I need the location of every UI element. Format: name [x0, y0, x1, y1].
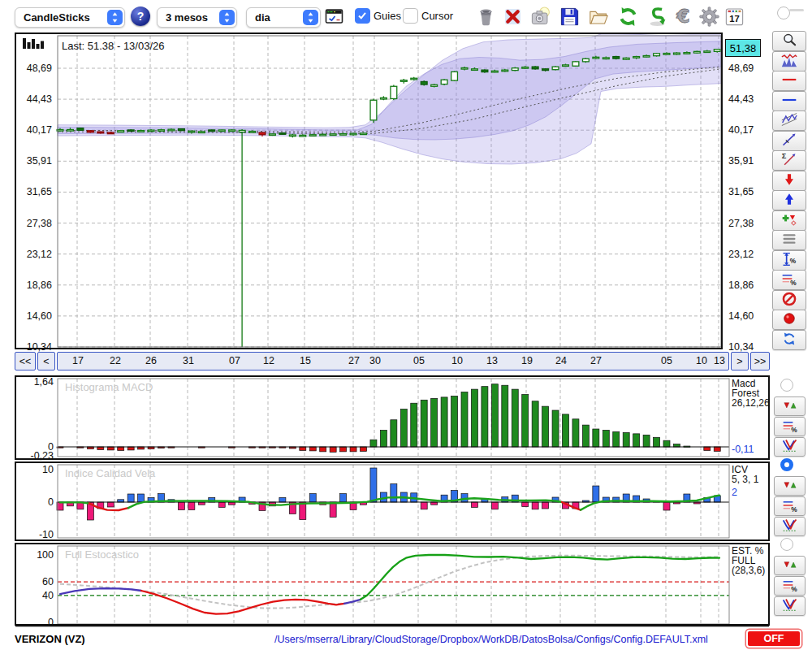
down-arrow-icon	[780, 171, 798, 188]
levels-percent-icon: %	[781, 418, 799, 434]
zoom-button[interactable]	[772, 31, 806, 51]
date-label: 13	[486, 355, 498, 366]
help-button[interactable]: ?	[131, 6, 150, 26]
up-arrow-icon	[780, 191, 798, 207]
date-label: 05	[413, 355, 425, 366]
levels-percent-button-2[interactable]: %	[774, 576, 806, 596]
v-curves-icon	[781, 518, 799, 534]
price-chart-button[interactable]	[772, 51, 806, 72]
down-arrow-button[interactable]	[772, 171, 806, 191]
stoch-axis-label: 100	[19, 549, 54, 561]
date-label: 13	[714, 355, 725, 366]
panel-radio-0[interactable]	[780, 379, 793, 392]
stoch-axis-label: 60	[19, 576, 54, 587]
block-button[interactable]	[772, 290, 806, 310]
svg-text:%: %	[791, 585, 797, 593]
vertical-range-percent-button[interactable]: %	[772, 250, 806, 271]
price-axis-label-right: 31,65	[728, 186, 754, 197]
snapshot-button[interactable]	[529, 6, 551, 28]
sum-trend-button[interactable]: Σ	[772, 150, 806, 171]
open-folder-icon	[588, 6, 610, 28]
v-curves-button-2[interactable]	[774, 596, 806, 616]
v-curves-button-0[interactable]	[774, 437, 806, 457]
delete-button[interactable]	[502, 6, 524, 28]
record-status-badge[interactable]: OFF	[748, 631, 800, 646]
reload-icon	[780, 331, 798, 347]
price-chart[interactable]	[15, 32, 723, 350]
timeframe-select[interactable]: dia	[246, 7, 321, 28]
reload-button[interactable]	[772, 330, 806, 350]
record-button[interactable]	[772, 310, 806, 330]
date-axis-strip[interactable]: 172226310712152730051013192427051013	[57, 352, 729, 370]
cursor-label: Cursor	[421, 10, 453, 22]
signal-arrows-button-1[interactable]	[774, 476, 806, 496]
levels-percent-button-1[interactable]: %	[774, 496, 806, 516]
panel-radio-2[interactable]	[780, 538, 793, 551]
levels-percent-icon: %	[781, 497, 799, 514]
price-axis-label-left: 27,38	[18, 218, 52, 229]
euro-button[interactable]: €	[672, 6, 694, 28]
svg-text:%: %	[791, 426, 797, 434]
price-axis-label-right: 14,60	[728, 310, 754, 322]
nav-prev-button[interactable]: <	[37, 352, 55, 370]
date-label: 07	[229, 355, 240, 366]
save-icon	[559, 6, 581, 28]
price-axis-label-left: 40,17	[18, 124, 52, 136]
date-label: 22	[110, 355, 121, 366]
blue-hline-button[interactable]	[772, 91, 806, 111]
up-arrow-button[interactable]	[772, 190, 806, 210]
stoch-axis-label: 40	[19, 590, 54, 601]
trend-line-button[interactable]	[772, 131, 806, 151]
levels-percent-button-0[interactable]: %	[774, 417, 806, 436]
refresh-button[interactable]	[617, 6, 639, 28]
macd-axis-label: -0,23	[19, 450, 54, 462]
date-label: 31	[183, 355, 194, 366]
price-axis-label-left: 35,91	[18, 155, 52, 167]
sync-button[interactable]	[646, 6, 668, 28]
snapshot-icon	[529, 6, 551, 28]
nav-next-button[interactable]: >	[731, 352, 749, 370]
chart-window-button[interactable]	[324, 6, 344, 26]
chart-type-select[interactable]: CandleSticks	[15, 7, 125, 28]
panel-radio-1[interactable]	[780, 458, 793, 471]
period-select[interactable]: 3 mesos	[157, 7, 237, 28]
nav-first-button[interactable]: <<	[15, 352, 36, 370]
calendar-icon: 17	[723, 6, 745, 28]
v-curves-icon	[781, 438, 799, 454]
signal-arrows-button-2[interactable]	[774, 556, 806, 575]
icv-params-label: 5, 3, 1	[732, 474, 758, 484]
last-price-label: Last: 51.38 - 13/03/26	[62, 40, 164, 52]
settings-button[interactable]	[698, 6, 720, 28]
macd-value: -0,11	[732, 444, 754, 455]
date-label: 10	[696, 355, 707, 366]
config-path[interactable]: /Users/mserra/Library/CloudStorage/Dropb…	[171, 634, 812, 645]
guies-checkbox[interactable]	[355, 8, 370, 24]
zigzag-channel-icon	[780, 111, 798, 128]
zoom-icon	[780, 32, 798, 48]
price-chart-icon	[780, 52, 798, 68]
icv-axis-label: 0	[19, 496, 54, 508]
top-radio[interactable]	[777, 6, 790, 20]
red-hline-button[interactable]	[772, 71, 806, 91]
open-folder-button[interactable]	[588, 6, 610, 28]
nav-last-button[interactable]: >>	[750, 352, 770, 370]
trash-button[interactable]	[475, 6, 497, 28]
calendar-button[interactable]: 17	[723, 6, 745, 28]
line-list-button[interactable]	[772, 230, 806, 250]
cursor-checkbox[interactable]	[403, 8, 418, 24]
period-value: 3 mesos	[158, 11, 219, 24]
v-curves-button-1[interactable]	[774, 517, 806, 536]
stoch-axis-label: 0	[19, 617, 54, 628]
date-label: 05	[661, 355, 672, 366]
save-button[interactable]	[559, 6, 581, 28]
add-signal-button[interactable]	[772, 210, 806, 231]
sum-trend-icon: Σ	[780, 151, 798, 167]
signal-arrows-button-0[interactable]	[774, 396, 806, 416]
date-label: 15	[300, 355, 311, 366]
price-axis-label-right: 23,12	[728, 249, 754, 260]
macd-params-label: 26,12,26	[732, 398, 770, 408]
levels-percent-button[interactable]: %	[772, 270, 806, 290]
date-label: 12	[263, 355, 274, 366]
macd-title: Histograma MACD	[65, 381, 153, 393]
zigzag-channel-button[interactable]	[772, 110, 806, 131]
